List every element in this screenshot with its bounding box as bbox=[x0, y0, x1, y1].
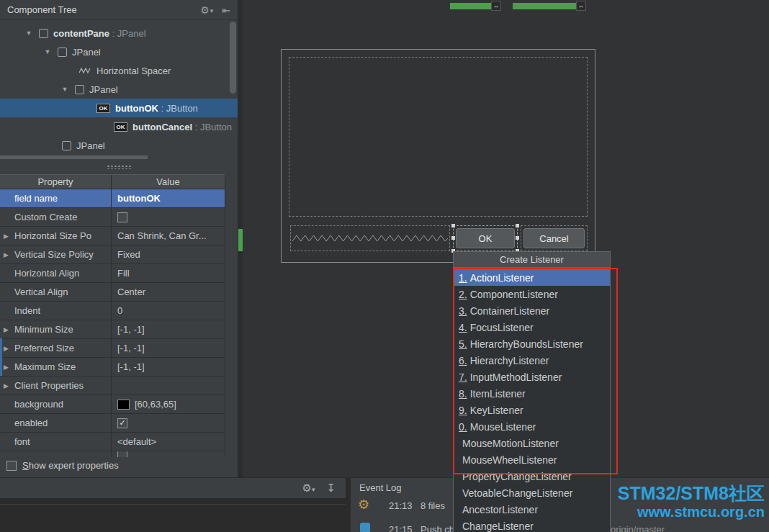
chevron-right-icon[interactable]: ▶ bbox=[4, 345, 9, 352]
tree-item-type: : JButton bbox=[158, 103, 198, 114]
property-row[interactable]: enabled ✓ bbox=[0, 414, 225, 433]
property-row[interactable]: field name buttonOK bbox=[0, 189, 225, 208]
property-value[interactable]: <default> bbox=[117, 436, 156, 447]
chevron-down-icon[interactable]: ▼ bbox=[43, 48, 52, 55]
build-gear-icon: ⚙ bbox=[358, 497, 369, 513]
tree-item-horizontal-spacer[interactable]: Horizontal Spacer bbox=[0, 61, 238, 80]
property-name: field name bbox=[14, 193, 58, 204]
tree-item-label: Horizontal Spacer bbox=[96, 66, 171, 76]
property-value[interactable]: [60,63,65] bbox=[135, 399, 176, 410]
tree-horizontal-scrollbar[interactable] bbox=[0, 155, 148, 159]
property-value[interactable]: [-1, -1] bbox=[117, 343, 145, 353]
tree-item-label: buttonCancel bbox=[132, 122, 192, 132]
gear-icon[interactable]: ⚙▾ bbox=[200, 4, 213, 16]
selection-handle[interactable] bbox=[451, 224, 455, 227]
tree-item-jpanel[interactable]: ▼ JPanel bbox=[0, 80, 238, 99]
listener-item[interactable]: 6.HierarchyListener bbox=[454, 352, 610, 369]
property-value[interactable]: [-1, -1] bbox=[117, 361, 145, 372]
listener-item[interactable]: ChangeListener bbox=[454, 518, 610, 532]
listener-item[interactable]: 9.KeyListener bbox=[454, 402, 610, 418]
property-row[interactable]: Indent 0 bbox=[0, 302, 225, 320]
selection-handle[interactable] bbox=[451, 236, 455, 240]
selection-handle[interactable] bbox=[516, 224, 519, 227]
download-icon[interactable]: ↧ bbox=[326, 482, 336, 495]
property-row[interactable]: background [60,63,65] bbox=[0, 395, 225, 414]
property-value[interactable]: Fill bbox=[117, 268, 130, 279]
property-row[interactable]: Horizontal Align Fill bbox=[0, 264, 225, 283]
watermark: STM32/STM8社区 www.stmcu.org.cn bbox=[618, 484, 765, 520]
designer-cancel-button[interactable]: Cancel bbox=[523, 228, 585, 248]
checkbox-unchecked[interactable] bbox=[6, 461, 17, 471]
property-row[interactable]: ▶Vertical Size Policy Fixed bbox=[0, 245, 225, 264]
listener-item[interactable]: 4.FocusListener bbox=[454, 319, 610, 335]
listener-item[interactable]: 2.ComponentListener bbox=[454, 286, 610, 302]
listener-item[interactable]: 3.ContainerListener bbox=[454, 302, 610, 319]
property-value[interactable]: Can Shrink, Can Gr... bbox=[117, 230, 207, 241]
property-row[interactable]: Vertical Align Center bbox=[0, 283, 225, 302]
property-value[interactable]: [-1, -1] bbox=[117, 324, 145, 335]
property-row[interactable]: font <default> bbox=[0, 433, 225, 451]
property-value[interactable]: 0 bbox=[117, 305, 122, 316]
property-row[interactable]: ▶Client Properties bbox=[0, 377, 225, 395]
chevron-right-icon[interactable]: ▶ bbox=[4, 326, 9, 333]
property-row[interactable]: ▶Minimum Size [-1, -1] bbox=[0, 320, 225, 339]
ok-button-cell[interactable]: OK bbox=[453, 225, 518, 251]
splitter-grip[interactable] bbox=[0, 160, 238, 174]
property-name: Vertical Size Policy bbox=[14, 249, 94, 260]
chevron-right-icon[interactable]: ▶ bbox=[4, 382, 9, 389]
property-row[interactable]: ▶Horizontal Size Po Can Shrink, Can Gr..… bbox=[0, 227, 225, 245]
chevron-down-icon[interactable]: ▼ bbox=[24, 30, 33, 37]
event-timestamp: 21:13 bbox=[389, 500, 413, 511]
tree-item-jpanel[interactable]: ▼ JPanel bbox=[0, 42, 238, 61]
tree-item-buttonok[interactable]: OK buttonOK : JButton bbox=[0, 99, 238, 117]
property-name: Preferred Size bbox=[14, 343, 74, 353]
checkbox-unchecked[interactable] bbox=[117, 212, 127, 222]
chevron-right-icon[interactable]: ▶ bbox=[4, 233, 9, 240]
horizontal-spacer-cell[interactable] bbox=[290, 225, 450, 251]
listener-item[interactable]: 7.InputMethodListener bbox=[454, 369, 610, 385]
property-value[interactable]: Fixed bbox=[117, 249, 140, 260]
property-row[interactable]: ▶Maximum Size [-1, -1] bbox=[0, 358, 225, 377]
property-row[interactable]: ▶Preferred Size [-1, -1] bbox=[0, 339, 225, 358]
expert-properties-label: Show expert properties bbox=[22, 460, 119, 471]
color-swatch[interactable] bbox=[117, 400, 130, 410]
show-expert-properties[interactable]: Show expert properties bbox=[6, 460, 119, 471]
listener-item[interactable]: VetoableChangeListener bbox=[454, 484, 610, 501]
selection-handle[interactable] bbox=[516, 236, 519, 240]
tree-item-jpanel[interactable]: JPanel bbox=[0, 136, 238, 155]
listener-item[interactable]: MouseMotionListener bbox=[454, 435, 610, 451]
property-row[interactable]: Custom Create bbox=[0, 208, 225, 227]
bottom-panel-splitter[interactable] bbox=[346, 477, 351, 532]
listener-item[interactable]: 1.ActionListener bbox=[454, 269, 610, 286]
listener-item[interactable]: 8.ItemListener bbox=[454, 385, 610, 402]
cancel-button-cell[interactable]: Cancel bbox=[521, 225, 588, 251]
listener-item[interactable]: MouseWheelListener bbox=[454, 451, 610, 468]
property-name: Custom Create bbox=[14, 212, 77, 222]
form-outline[interactable]: OK Cancel bbox=[281, 49, 595, 263]
tree-item-buttoncancel[interactable]: OK buttonCancel : JButton bbox=[0, 117, 238, 136]
listener-item[interactable]: AncestorListener bbox=[454, 501, 610, 518]
component-tree-header: Component Tree ⚙▾ ⇤ bbox=[0, 0, 238, 20]
checkbox-checked[interactable]: ✓ bbox=[117, 418, 127, 428]
checkbox-unchecked bbox=[117, 451, 127, 457]
listener-item[interactable]: PropertyChangeListener bbox=[454, 468, 610, 484]
gear-icon[interactable]: ⚙▾ bbox=[302, 482, 315, 495]
chevron-right-icon[interactable]: ▶ bbox=[4, 251, 9, 258]
chevron-down-icon[interactable]: ▼ bbox=[60, 86, 69, 93]
event-message[interactable]: Push ch bbox=[421, 524, 454, 532]
property-value[interactable]: Center bbox=[117, 287, 145, 297]
tree-item-contentpane[interactable]: ▼ contentPane : JPanel bbox=[0, 24, 238, 42]
git-branch-label: origin/master bbox=[611, 524, 665, 532]
collapse-all-icon[interactable]: ⇤ bbox=[222, 4, 230, 16]
listener-item[interactable]: 5.HierarchyBoundsListener bbox=[454, 335, 610, 352]
form-content-cell[interactable] bbox=[289, 57, 588, 217]
green-annotation-bar bbox=[513, 3, 576, 9]
listener-item[interactable]: 0.MouseListener bbox=[454, 418, 610, 435]
event-message[interactable]: 8 files bbox=[421, 500, 445, 511]
designer-ok-button[interactable]: OK bbox=[456, 228, 515, 248]
console-divider bbox=[0, 504, 346, 505]
property-value[interactable]: buttonOK bbox=[117, 193, 161, 204]
scrollbar-thumb[interactable] bbox=[230, 22, 236, 94]
tree-scrollbar[interactable] bbox=[230, 22, 236, 157]
chevron-right-icon[interactable]: ▶ bbox=[4, 364, 9, 371]
